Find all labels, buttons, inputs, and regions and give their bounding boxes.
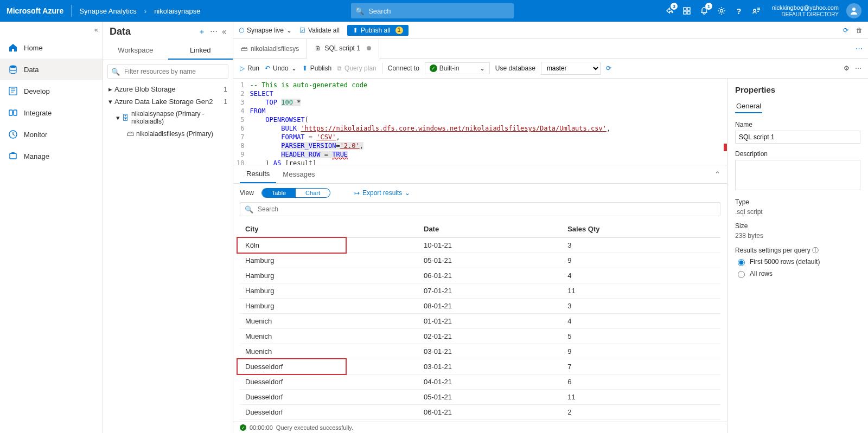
info-icon[interactable]: ⓘ xyxy=(812,247,819,254)
table-row[interactable]: Duesseldorf03-01-217 xyxy=(240,359,720,374)
table-row[interactable]: Hamburg06-01-214 xyxy=(240,268,720,283)
nav-manage[interactable]: Manage xyxy=(0,145,103,167)
table-row[interactable]: Köln10-01-213 xyxy=(240,238,720,253)
tree-blob[interactable]: ▸ Azure Blob Storage 1 xyxy=(103,83,233,95)
tab-sql-script[interactable]: 🗎 SQL script 1 xyxy=(307,39,379,59)
synapse-live-button[interactable]: ⬡ Synapse live ⌄ xyxy=(239,27,292,34)
tab-messages[interactable]: Messages xyxy=(276,166,321,183)
desc-label: Description xyxy=(735,150,860,158)
feedback-icon[interactable] xyxy=(751,6,761,16)
more-button[interactable]: ⋯ xyxy=(210,27,218,37)
results-search-input[interactable] xyxy=(257,205,716,214)
connect-select[interactable]: ✓Built-in⌄ xyxy=(425,62,490,74)
toggle-chart[interactable]: Chart xyxy=(296,189,330,197)
run-button[interactable]: ▷Run xyxy=(240,64,259,72)
chevron-right-icon: ▸ xyxy=(108,85,112,93)
publish-button[interactable]: ⬆ Publish all 1 xyxy=(347,25,409,36)
svg-rect-0 xyxy=(684,8,686,10)
table-row[interactable]: Hamburg08-01-213 xyxy=(240,299,720,314)
svg-rect-12 xyxy=(10,153,16,159)
tab-general[interactable]: General xyxy=(735,100,762,113)
radio-5000[interactable]: First 5000 rows (default) xyxy=(735,257,860,266)
refresh-button[interactable]: ⟳ xyxy=(843,27,848,34)
main: ⬡ Synapse live ⌄ ☑ Validate all ⬆ Publis… xyxy=(233,22,868,433)
add-button[interactable]: ＋ xyxy=(198,27,206,37)
query-plan-button[interactable]: ⧉Query plan xyxy=(337,64,376,72)
col-qty[interactable]: Sales Qty xyxy=(562,221,720,238)
tab-linked[interactable]: Linked xyxy=(168,42,233,60)
tab-results[interactable]: Results xyxy=(240,165,276,183)
radio-all[interactable]: All rows xyxy=(735,269,860,278)
user-email: nickkingbog@yahoo.com xyxy=(772,4,839,11)
size-value: 238 bytes xyxy=(735,232,860,240)
undo-button[interactable]: ↶Undo⌄ xyxy=(265,64,297,72)
toggle-table[interactable]: Table xyxy=(262,189,296,197)
col-city[interactable]: City xyxy=(240,221,418,238)
table-row[interactable]: Hamburg07-01-2111 xyxy=(240,283,720,299)
avatar[interactable] xyxy=(846,3,861,18)
search-icon: 🔍 xyxy=(355,7,364,15)
discard-button[interactable]: 🗑 xyxy=(856,27,863,34)
tab-filesys[interactable]: 🗃 nikolaiadlsfilesys xyxy=(233,39,307,58)
nav-integrate[interactable]: Integrate xyxy=(0,102,103,124)
user-block[interactable]: nickkingbog@yahoo.com DEFAULT DIRECTORY xyxy=(772,4,839,17)
chevron-down-icon: ▾ xyxy=(116,114,120,122)
code-editor[interactable]: 1234567891011 -- This is auto-generated … xyxy=(233,79,727,165)
nav-data[interactable]: Data xyxy=(0,59,103,80)
tree-adls[interactable]: ▾ Azure Data Lake Storage Gen2 1 xyxy=(103,95,233,108)
filter-input[interactable] xyxy=(123,67,225,76)
error-marker xyxy=(724,144,727,151)
table-row[interactable]: Duesseldorf06-01-212 xyxy=(240,405,720,420)
col-date[interactable]: Date xyxy=(418,221,562,238)
checklist-icon: ☑ xyxy=(299,27,305,34)
export-button[interactable]: ↦ Export results ⌄ xyxy=(354,189,410,197)
tab-workspace[interactable]: Workspace xyxy=(103,42,168,60)
publish-script-button[interactable]: ⬆Publish xyxy=(302,64,331,72)
collapse-nav-button[interactable]: « xyxy=(0,22,103,37)
global-search[interactable]: 🔍 xyxy=(351,3,514,18)
integrate-icon xyxy=(8,107,18,118)
tree-filesys[interactable]: 🗃 nikolaiadlsfilesys (Primary) xyxy=(103,127,233,140)
collapse-results-button[interactable]: ⌃ xyxy=(714,170,720,178)
editor-tabs: 🗃 nikolaiadlsfilesys 🗎 SQL script 1 ⋯ xyxy=(233,39,868,59)
table-row[interactable]: Muenich01-01-214 xyxy=(240,314,720,329)
chevron-down-icon: ⌄ xyxy=(286,27,292,34)
gear-icon[interactable] xyxy=(717,6,726,16)
bell-icon[interactable]: 1 xyxy=(699,6,709,16)
breadcrumb-service[interactable]: Synapse Analytics xyxy=(79,7,137,15)
validate-button[interactable]: ☑ Validate all xyxy=(299,27,340,34)
nav-home[interactable]: Home xyxy=(0,37,103,59)
filter-box[interactable]: 🔍 xyxy=(107,64,228,79)
nav-develop[interactable]: Develop xyxy=(0,80,103,102)
table-row[interactable]: Muenich03-01-219 xyxy=(240,344,720,359)
usedb-select[interactable]: master xyxy=(541,62,601,75)
svg-rect-2 xyxy=(684,11,686,14)
view-label: View xyxy=(240,189,254,197)
breadcrumb-workspace[interactable]: nikolaisynapse xyxy=(154,7,200,15)
share-icon[interactable]: 3 xyxy=(665,6,674,16)
refresh-db-button[interactable]: ⟳ xyxy=(606,64,611,72)
name-input[interactable] xyxy=(735,131,860,144)
results-settings-label: Results settings per query ⓘ xyxy=(735,246,860,255)
tree-synapse[interactable]: ▾ 🗄 nikolaisynapse (Primary - nikolaiadl… xyxy=(103,108,233,127)
more-icon[interactable]: ⋯ xyxy=(855,64,861,72)
results-search[interactable]: 🔍 xyxy=(240,202,720,216)
tabs-more-button[interactable]: ⋯ xyxy=(850,39,868,58)
desc-input[interactable] xyxy=(735,160,860,190)
action-bar: ▷Run ↶Undo⌄ ⬆Publish ⧉Query plan Connect… xyxy=(233,59,868,79)
table-row[interactable]: Muenich02-01-215 xyxy=(240,329,720,344)
share-badge: 3 xyxy=(671,3,678,10)
settings-icon[interactable]: ⚙ xyxy=(844,64,850,72)
table-row[interactable]: Duesseldorf05-01-2111 xyxy=(240,390,720,405)
global-search-input[interactable] xyxy=(367,7,509,16)
nav-monitor[interactable]: Monitor xyxy=(0,124,103,145)
help-icon[interactable]: ? xyxy=(734,6,744,16)
directory-icon[interactable] xyxy=(682,6,692,16)
develop-icon xyxy=(8,86,18,96)
view-toggle[interactable]: Table Chart xyxy=(261,188,330,198)
status-bar: ✓ 00:00:00 Query executed successfully. xyxy=(233,422,727,433)
table-row[interactable]: Duesseldorf04-01-216 xyxy=(240,374,720,390)
svg-rect-10 xyxy=(14,110,17,115)
table-row[interactable]: Hamburg05-01-219 xyxy=(240,253,720,268)
collapse-data-button[interactable]: « xyxy=(222,27,226,37)
